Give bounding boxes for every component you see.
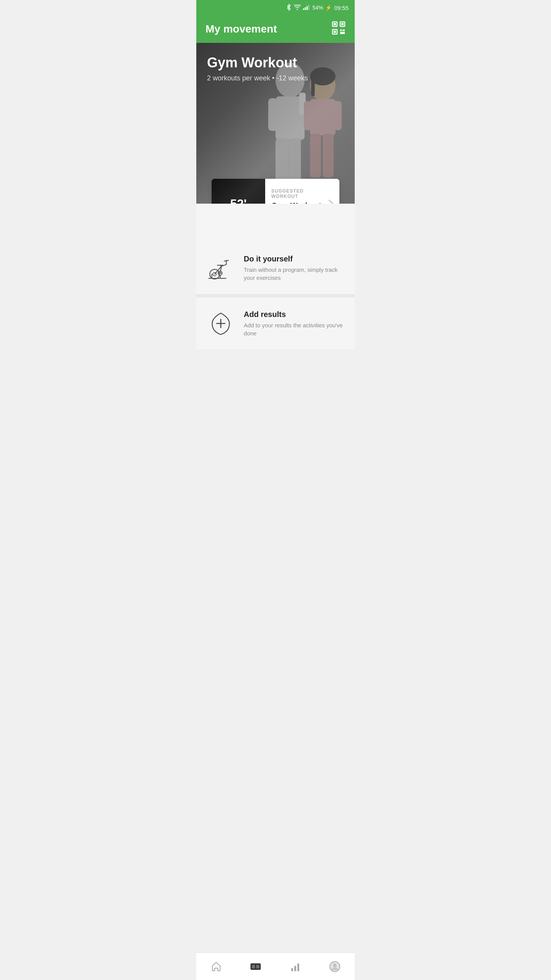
svg-rect-3: [308, 5, 310, 10]
workout-arrow-icon[interactable]: [329, 179, 339, 204]
svg-rect-5: [334, 23, 336, 25]
bluetooth-icon: [286, 4, 292, 12]
svg-rect-21: [310, 99, 336, 135]
hero-title: Gym Workout: [207, 55, 308, 70]
do-it-yourself-title: Do it yourself: [244, 255, 346, 263]
svg-rect-25: [323, 134, 334, 178]
workout-icon: [249, 961, 262, 972]
do-it-yourself-item[interactable]: Do it yourself Train without a program, …: [196, 242, 355, 294]
svg-rect-45: [252, 965, 255, 969]
add-results-desc: Add to your results the activities you'v…: [244, 321, 346, 337]
add-results-text: Add results Add to your results the acti…: [244, 310, 346, 337]
svg-rect-12: [340, 32, 345, 34]
workout-card[interactable]: 52' SUGGESTED WORKOUT Gym Workout 7 exe …: [212, 179, 339, 204]
svg-rect-7: [341, 23, 344, 25]
bottom-navigation: [196, 952, 355, 980]
svg-rect-23: [334, 101, 342, 130]
suggested-label: SUGGESTED WORKOUT: [271, 188, 323, 199]
nav-item-home[interactable]: [196, 953, 236, 980]
workout-info: SUGGESTED WORKOUT Gym Workout 7 exe • 66…: [265, 179, 329, 204]
add-results-item[interactable]: Add results Add to your results the acti…: [196, 294, 355, 350]
nav-item-stats[interactable]: [276, 953, 315, 980]
signal-icon: [303, 5, 310, 11]
nav-item-profile[interactable]: [315, 953, 355, 980]
hero-text-block: Gym Workout 2 workouts per week • -12 we…: [207, 55, 308, 82]
do-it-yourself-text: Do it yourself Train without a program, …: [244, 255, 346, 282]
svg-rect-27: [311, 78, 315, 96]
qr-code-button[interactable]: [332, 21, 346, 38]
svg-rect-15: [268, 98, 277, 131]
svg-rect-17: [276, 138, 288, 186]
svg-rect-24: [310, 134, 321, 178]
bike-icon-wrap: [205, 253, 236, 283]
hero-subtitle: 2 workouts per week • -12 weeks: [207, 74, 308, 82]
status-icons: 54% ⚡ 09:55: [286, 4, 349, 12]
profile-icon: [329, 961, 341, 972]
add-results-title: Add results: [244, 310, 346, 319]
app-title: My movement: [205, 23, 277, 35]
svg-rect-9: [334, 31, 336, 33]
nav-item-workout[interactable]: [236, 953, 276, 980]
bike-icon: [207, 254, 235, 282]
svg-rect-48: [294, 966, 296, 971]
status-bar: 54% ⚡ 09:55: [196, 0, 355, 15]
svg-rect-1: [305, 7, 306, 10]
stats-icon: [290, 961, 301, 972]
svg-rect-49: [297, 964, 299, 971]
svg-rect-0: [303, 8, 304, 10]
do-it-yourself-desc: Train without a program, simply track yo…: [244, 266, 346, 282]
svg-rect-10: [340, 29, 342, 31]
svg-rect-22: [304, 101, 312, 130]
hero-section: Gym Workout 2 workouts per week • -12 we…: [196, 43, 355, 204]
battery-text: 54%: [312, 5, 323, 11]
wifi-icon: [294, 5, 301, 11]
svg-rect-18: [288, 138, 301, 186]
workout-duration: 52': [230, 197, 246, 204]
svg-rect-2: [306, 6, 308, 10]
plus-badge-icon-wrap: [205, 308, 236, 339]
workout-name: Gym Workout: [271, 201, 323, 204]
status-time: 09:55: [334, 5, 349, 11]
workout-thumbnail: 52': [212, 179, 265, 204]
app-bar: My movement: [196, 15, 355, 43]
svg-rect-46: [256, 965, 259, 969]
svg-point-51: [333, 964, 337, 967]
home-icon: [211, 961, 222, 972]
plus-badge-icon: [207, 310, 235, 337]
charging-icon: ⚡: [325, 5, 332, 11]
svg-rect-11: [342, 29, 345, 31]
svg-rect-47: [291, 968, 293, 971]
